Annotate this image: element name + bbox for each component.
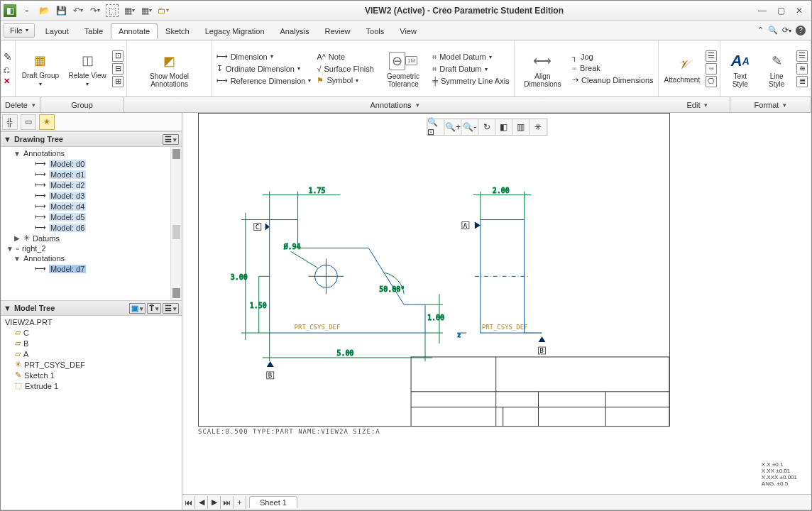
help-icon[interactable]: ? xyxy=(796,26,806,35)
keep-icon[interactable]: ⎌ xyxy=(4,64,12,75)
minimize-button[interactable]: — xyxy=(756,4,769,17)
model-tree-show-icon[interactable]: Ť xyxy=(147,303,161,314)
model-tree-settings-icon[interactable]: ☰ xyxy=(163,303,179,314)
edit-icon-2[interactable]: ⎃ xyxy=(706,63,717,75)
datums-node[interactable]: ▶✳Datums xyxy=(4,233,180,243)
geometric-tolerance-button[interactable]: ⊖1M Geometric Tolerance xyxy=(378,48,428,89)
refresh-icon[interactable]: ⟳▾ xyxy=(782,26,791,35)
regen-icon[interactable]: ⬚ xyxy=(106,4,119,17)
drawing-tree-options-icon[interactable]: ☰ xyxy=(163,134,179,145)
edit-icon-3[interactable]: ⎔ xyxy=(706,76,717,87)
grp-icon-3[interactable]: ⊞ xyxy=(112,76,124,87)
grp-icon-1[interactable]: ⊡ xyxy=(112,50,124,62)
collapse-ribbon-icon[interactable]: ⌃ xyxy=(757,26,764,35)
model-item-0[interactable]: ⟼Model: d0 xyxy=(4,158,180,169)
open-icon[interactable]: 📂 xyxy=(38,4,50,17)
model-tree-filter-icon[interactable]: ▣ xyxy=(129,303,146,314)
scroll-down-icon[interactable] xyxy=(172,288,180,298)
redo-icon[interactable]: ↷▾ xyxy=(89,4,102,17)
left-tab-3[interactable]: ★ xyxy=(39,114,55,130)
break-button[interactable]: ⎓Break xyxy=(571,63,655,73)
model-d7[interactable]: ⟼Model: d7 xyxy=(4,263,180,274)
file-menu[interactable]: File▾ xyxy=(4,23,35,38)
tab-table[interactable]: Table xyxy=(77,23,111,39)
model-item-4[interactable]: ⟼Model: d4 xyxy=(4,201,180,211)
undo-icon[interactable]: ↶▾ xyxy=(72,4,84,17)
tab-layout[interactable]: Layout xyxy=(38,23,77,39)
close-button[interactable]: ✕ xyxy=(793,4,806,17)
annotations-node[interactable]: ▼Annotations xyxy=(4,148,180,158)
model-item-5[interactable]: ⟼Model: d5 xyxy=(4,211,180,222)
scroll-thumb[interactable] xyxy=(172,225,180,239)
model-tree-item-4[interactable]: ✎Sketch 1 xyxy=(4,370,180,380)
jog-button[interactable]: ┐Jog xyxy=(571,52,655,62)
format-group[interactable]: Format xyxy=(730,97,811,112)
fmt-icon-1[interactable]: ☰ xyxy=(796,50,808,62)
model-tree-item-3[interactable]: ✳PRT_CSYS_DEF xyxy=(4,359,180,370)
drawing-canvas[interactable]: 🔍⊡ 🔍+ 🔍- ↻ ◧ ▥ ✳ xyxy=(182,113,811,510)
cleanup-button[interactable]: ⇢Cleanup Dimensions xyxy=(571,75,655,85)
show-model-annotations-button[interactable]: ◩ Show Model Annotations xyxy=(130,48,208,89)
align-dimensions-button[interactable]: ⟷ Align Dimensions xyxy=(517,48,568,89)
sheet-tab-1[interactable]: Sheet 1 xyxy=(249,496,297,508)
draft-datum-button[interactable]: ⌗Draft Datum▾ xyxy=(431,64,510,75)
dimension-button[interactable]: ⟼Dimension▾ xyxy=(215,51,313,62)
model-item-3[interactable]: ⟼Model: d3 xyxy=(4,190,180,201)
new-icon[interactable]: ▫ xyxy=(21,4,33,17)
windows-icon[interactable]: ▦▾ xyxy=(123,4,136,17)
tab-review[interactable]: Review xyxy=(317,23,358,39)
model-tree-item-0[interactable]: ▱C xyxy=(4,327,180,338)
save-icon[interactable]: 💾 xyxy=(55,4,67,17)
folder-icon[interactable]: 🗀▾ xyxy=(157,4,170,17)
right2-node[interactable]: ▼▫right_2 xyxy=(4,243,180,253)
drawing-tree-header[interactable]: ▼ Drawing Tree ☰ xyxy=(1,131,182,147)
tab-annotate[interactable]: Annotate xyxy=(111,23,158,39)
close-win-icon[interactable]: ▦▾ xyxy=(140,4,153,17)
reference-dimension-button[interactable]: ⟼Reference Dimension▾ xyxy=(215,75,313,86)
line-style-button[interactable]: ✎ Line Style xyxy=(759,48,794,89)
model-tree-item-5[interactable]: ⬚Extrude 1 xyxy=(4,380,180,391)
ordinate-dimension-button[interactable]: ↧Ordinate Dimension▾ xyxy=(215,63,313,74)
sheet-next-icon[interactable]: ▶ xyxy=(208,496,221,509)
maximize-button[interactable]: ▢ xyxy=(774,4,787,17)
remove-icon[interactable]: ✎ xyxy=(4,51,12,62)
model-item-2[interactable]: ⟼Model: d2 xyxy=(4,180,180,190)
model-tree-item-2[interactable]: ▱A xyxy=(4,348,180,359)
tab-analysis[interactable]: Analysis xyxy=(273,23,317,39)
search-icon[interactable]: 🔍 xyxy=(768,26,778,35)
attachment-button[interactable]: 𝒱 Attachment xyxy=(662,52,703,85)
left-tab-2[interactable]: ▭ xyxy=(21,114,36,130)
delete-group[interactable]: Delete xyxy=(1,97,40,112)
model-datum-button[interactable]: ⌗Model Datum▾ xyxy=(431,52,510,62)
text-style-button[interactable]: AA Text Style xyxy=(723,48,757,89)
sheet-first-icon[interactable]: ⏮ xyxy=(182,496,195,509)
model-tree-header[interactable]: ▼ Model Tree ▣ Ť ☰ xyxy=(1,300,182,316)
model-item-6[interactable]: ⟼Model: d6 xyxy=(4,222,180,233)
edit-group[interactable]: Edit xyxy=(665,97,730,112)
symmetry-axis-button[interactable]: ╪Symmetry Line Axis xyxy=(431,76,510,86)
annotations2-node[interactable]: ▼Annotations xyxy=(4,253,180,263)
relate-view-button[interactable]: ◫ Relate View ▾ xyxy=(65,48,110,89)
surface-finish-button[interactable]: √Surface Finish xyxy=(315,64,375,74)
grp-icon-2[interactable]: ⊟ xyxy=(112,63,124,75)
sheet-add-icon[interactable]: ＋ xyxy=(234,496,246,509)
model-tree-item-1[interactable]: ▱B xyxy=(4,338,180,348)
draft-group-button[interactable]: ▦ Draft Group ▾ xyxy=(18,48,62,89)
model-root[interactable]: VIEW2A.PRT xyxy=(4,317,180,327)
sheet-last-icon[interactable]: ⏭ xyxy=(221,496,234,509)
tab-sketch[interactable]: Sketch xyxy=(158,23,197,39)
tree-scrollbar[interactable] xyxy=(170,147,182,300)
symbol-button[interactable]: ⚑Symbol▾ xyxy=(315,75,375,86)
tab-legacy[interactable]: Legacy Migration xyxy=(197,23,273,39)
tab-tools[interactable]: Tools xyxy=(358,23,393,39)
tab-view[interactable]: View xyxy=(392,23,424,39)
sheet-prev-icon[interactable]: ◀ xyxy=(195,496,208,509)
fmt-icon-2[interactable]: ≋ xyxy=(796,63,808,75)
annotations-group[interactable]: Annotations xyxy=(124,97,665,112)
edit-icon-1[interactable]: ☰ xyxy=(706,50,717,62)
model-item-1[interactable]: ⟼Model: d1 xyxy=(4,169,180,180)
fmt-icon-3[interactable]: ≣ xyxy=(796,76,808,87)
scroll-up-icon[interactable] xyxy=(172,149,180,159)
left-tab-1[interactable]: ╬ xyxy=(2,114,18,130)
note-button[interactable]: AᴬNote xyxy=(315,52,375,62)
